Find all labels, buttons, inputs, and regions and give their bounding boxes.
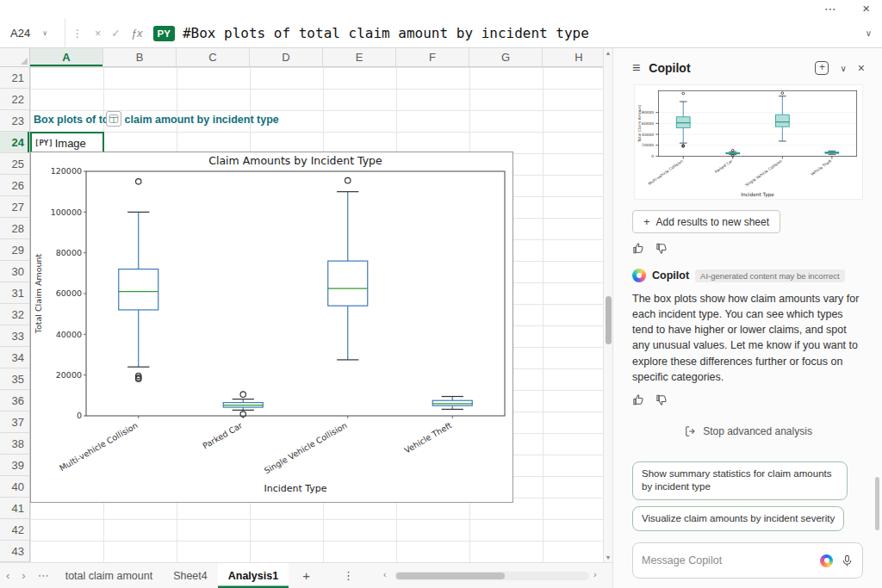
vertical-scrollbar[interactable]: ▲ ▼ [603, 48, 612, 562]
column-header-f[interactable]: F [396, 48, 469, 66]
column-headers: ABCDEFGH [30, 48, 603, 67]
row-header-38[interactable]: 38 [0, 433, 29, 455]
thumbs-up-icon[interactable] [632, 393, 645, 406]
row-header-37[interactable]: 37 [0, 412, 29, 433]
row-header-31[interactable]: 31 [0, 282, 29, 304]
sheet-options-icon[interactable]: ⋮ [343, 569, 354, 582]
window-close-icon[interactable]: × [862, 1, 870, 15]
thumbs-down-icon[interactable] [655, 393, 668, 406]
row-header-22[interactable]: 22 [0, 89, 29, 110]
tabs-prev-icon[interactable]: ‹ [6, 569, 9, 582]
sheet-grid[interactable]: Box plots of total claim amount by incid… [30, 67, 603, 562]
add-results-label: Add results to new sheet [656, 216, 769, 228]
chart-result-card[interactable]: 020000400006000080000Total Claim AmountM… [634, 84, 863, 200]
cell-a24-value: Image [55, 137, 86, 150]
row-header-29[interactable]: 29 [0, 239, 29, 261]
formula-bar: A24 ∨ ⋮ × ✓ ƒx PY #Box plots of total cl… [0, 19, 882, 48]
insert-function-icon[interactable]: ƒx [131, 27, 143, 40]
copilot-options-icon[interactable] [820, 554, 833, 567]
add-results-button[interactable]: + Add results to new sheet [632, 210, 780, 233]
row-header-28[interactable]: 28 [0, 218, 29, 239]
column-header-b[interactable]: B [103, 48, 177, 66]
formula-bar-vdots-icon: ⋮ [72, 28, 83, 40]
embedded-chart[interactable]: Claim Amounts by Incident Type0200004000… [30, 152, 513, 503]
microphone-icon[interactable] [841, 554, 854, 567]
confirm-entry-icon[interactable]: ✓ [111, 27, 120, 40]
sheet-tab-sheet4[interactable]: Sheet4 [163, 563, 218, 588]
row-header-24[interactable]: 24 [0, 132, 29, 153]
ai-disclaimer-badge: AI-generated content may be incorrect [695, 269, 845, 282]
thumbs-up-icon[interactable] [632, 242, 645, 255]
message-input-box [632, 542, 863, 579]
horizontal-scrollbar-thumb[interactable] [396, 573, 505, 579]
horizontal-scrollbar[interactable] [394, 572, 589, 580]
column-header-e[interactable]: E [323, 48, 396, 66]
collapse-panel-icon[interactable]: ∨ [840, 64, 846, 73]
copilot-logo-icon [632, 269, 646, 282]
close-panel-icon[interactable]: × [858, 61, 865, 75]
menu-icon[interactable]: ≡ [632, 60, 640, 76]
sheet-tab-analysis1[interactable]: Analysis1 [218, 563, 289, 588]
new-chat-icon[interactable]: + [815, 61, 829, 75]
plus-icon: + [643, 215, 650, 228]
python-badge: PY [153, 26, 175, 41]
row-header-36[interactable]: 36 [0, 390, 29, 412]
row-header-39[interactable]: 39 [0, 455, 29, 476]
row-header-23[interactable]: 23 [0, 110, 29, 132]
column-header-d[interactable]: D [250, 48, 323, 66]
row-headers: 2122232425262728293031323334353637383940… [0, 67, 30, 562]
row-header-32[interactable]: 32 [0, 304, 29, 325]
name-box-value: A24 [10, 27, 30, 40]
row-header-21[interactable]: 21 [0, 67, 29, 89]
thumbs-down-icon[interactable] [655, 242, 668, 255]
formula-input[interactable]: #Box plots of total claim amount by inci… [183, 25, 589, 41]
svg-text:Incident Type: Incident Type [264, 483, 326, 494]
row-header-26[interactable]: 26 [0, 175, 29, 196]
cancel-entry-icon[interactable]: × [95, 28, 101, 40]
tabs-next-icon[interactable]: › [22, 569, 25, 582]
hscroll-right-icon[interactable]: › [593, 569, 597, 579]
column-header-g[interactable]: G [469, 48, 543, 66]
add-sheet-icon[interactable]: + [302, 568, 310, 583]
column-header-h[interactable]: H [543, 48, 603, 66]
stop-analysis-button[interactable]: Stop advanced analysis [685, 425, 812, 437]
row-header-33[interactable]: 33 [0, 325, 29, 347]
name-box[interactable]: A24 ∨ [0, 19, 65, 47]
row-header-25[interactable]: 25 [0, 153, 29, 175]
row-header-40[interactable]: 40 [0, 476, 29, 498]
scroll-down-icon[interactable]: ▼ [604, 554, 612, 560]
select-all-corner[interactable] [0, 48, 30, 67]
sheet-tab-bar: ‹ › ⋯ total claim amount Sheet4 Analysis… [0, 562, 612, 588]
svg-text:80000: 80000 [56, 248, 82, 257]
copilot-scrollbar-thumb[interactable] [875, 477, 879, 530]
row-header-27[interactable]: 27 [0, 196, 29, 218]
column-header-a[interactable]: A [30, 48, 103, 66]
sheet-tab-total-claim-amount[interactable]: total claim amount [55, 563, 163, 588]
hscroll-left-icon[interactable]: ‹ [383, 569, 387, 579]
copilot-response-text: The box plots show how claim amounts var… [632, 291, 866, 385]
scroll-up-icon[interactable]: ▲ [604, 50, 612, 56]
python-card-icon[interactable] [106, 111, 121, 127]
copilot-chart-thumbnail[interactable]: 020000400006000080000Total Claim AmountM… [635, 85, 862, 199]
tabs-more-icon[interactable]: ⋯ [38, 569, 49, 582]
copilot-panel-title: Copilot [649, 61, 690, 75]
copilot-panel: ≡ Copilot + ∨ × 020000400006000080000Tot… [612, 48, 882, 588]
vertical-scrollbar-thumb[interactable] [606, 296, 612, 344]
suggestion-chip-summary-stats[interactable]: Show summary statistics for claim amount… [632, 461, 848, 500]
svg-text:60000: 60000 [642, 121, 654, 126]
row-header-34[interactable]: 34 [0, 347, 29, 368]
svg-text:20000: 20000 [642, 143, 654, 147]
row-header-41[interactable]: 41 [0, 498, 29, 519]
column-header-c[interactable]: C [177, 48, 250, 66]
window-more-icon[interactable]: ⋯ [824, 2, 837, 15]
copilot-message-input[interactable] [642, 554, 812, 566]
formula-bar-expand-icon[interactable]: ∨ [866, 28, 872, 38]
row-header-30[interactable]: 30 [0, 261, 29, 282]
row-header-35[interactable]: 35 [0, 368, 29, 390]
row-header-43[interactable]: 43 [0, 541, 29, 562]
exit-icon [685, 425, 697, 437]
suggestion-chip-severity[interactable]: Visualize claim amounts by incident seve… [632, 506, 844, 532]
row-header-42[interactable]: 42 [0, 519, 29, 541]
boxplot-chart[interactable]: Claim Amounts by Incident Type0200004000… [31, 152, 512, 502]
name-box-chevron-icon[interactable]: ∨ [42, 29, 47, 37]
